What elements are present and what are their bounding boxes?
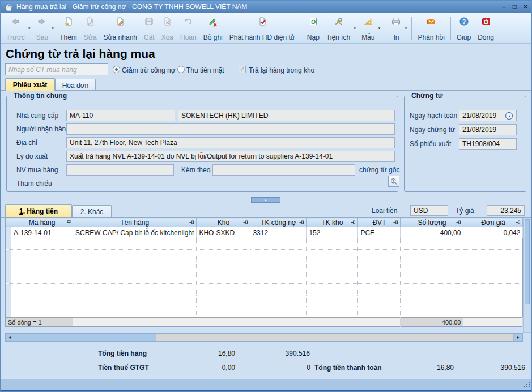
cell-ma-hang[interactable]: A-139-14-01 xyxy=(11,227,73,238)
scroll-left-arrow-icon[interactable]: ◄ xyxy=(6,334,14,341)
vat-fc: 0,00 xyxy=(171,364,235,372)
rate-field[interactable]: 23.245 xyxy=(487,205,525,216)
checkbox-return-stock[interactable]: ✓ xyxy=(239,66,246,73)
scrollbar-thumb[interactable] xyxy=(156,334,514,341)
tab-hang-tien[interactable]: 1. Hàng tiền xyxy=(5,204,72,217)
grid-vertical-scrollbar[interactable] xyxy=(523,218,531,333)
toolbar-separator xyxy=(385,17,385,40)
publish-einvoice-button[interactable]: Phát hành HĐ điện tử xyxy=(226,14,299,42)
add-button[interactable]: Thêm xyxy=(56,14,80,42)
close-form-button[interactable]: Đóng xyxy=(474,14,497,42)
search-input[interactable] xyxy=(5,63,108,75)
col-tk-kho[interactable]: TK kho xyxy=(307,218,358,227)
address-field[interactable]: Unit 11, 27th Floor, New Tech Plaza xyxy=(66,137,395,148)
toolbar-separator xyxy=(450,17,451,40)
row-indicator[interactable] xyxy=(6,227,11,238)
print-button[interactable]: In ▼ xyxy=(388,14,409,42)
toolbar: Trước ▼ Sau ▼ Thêm Sửa xyxy=(1,13,531,44)
supplier-code-field[interactable]: MA-110 xyxy=(66,110,175,121)
utilities-button[interactable]: Tiện ích ▼ xyxy=(323,14,358,42)
refresh-icon xyxy=(308,16,318,27)
currency-field[interactable]: USD xyxy=(410,205,448,216)
resize-grip-icon[interactable] xyxy=(524,381,530,388)
col-ten-hang[interactable]: Tên hàng xyxy=(73,218,197,227)
edit-button[interactable]: Sửa xyxy=(80,14,100,42)
col-don-gia[interactable]: Đơn giá xyxy=(463,218,523,227)
col-so-luong[interactable]: Số lượng xyxy=(401,218,463,227)
attach-label: Kèm theo xyxy=(181,166,210,174)
pin-icon[interactable] xyxy=(189,220,195,225)
quick-edit-button[interactable]: Sửa nhanh xyxy=(100,14,141,42)
dropdown-caret-icon[interactable]: ▼ xyxy=(28,27,31,30)
cell-ten-hang[interactable]: SCREW CAP/ Cap bịt lỗ ốc kitchenlight xyxy=(73,227,197,238)
vat-label: Tiền thuế GTGT xyxy=(98,364,149,372)
pin-icon[interactable] xyxy=(351,220,356,225)
minimize-button[interactable]: – xyxy=(502,3,506,10)
voucher-no-field[interactable]: TH1908/004 xyxy=(459,138,517,150)
reason-field[interactable]: Xuất trả hàng NVL A-139-14-01 do NVL bị … xyxy=(66,151,395,162)
grid-horizontal-scrollbar[interactable]: ◄ ► xyxy=(5,333,523,342)
forward-button[interactable]: Sau ▼ xyxy=(33,14,56,42)
envelope-icon xyxy=(426,16,436,27)
dropdown-caret-icon[interactable]: ▼ xyxy=(51,27,54,30)
arrow-left-icon xyxy=(10,16,20,27)
pin-icon[interactable] xyxy=(393,220,399,225)
page-edit-icon xyxy=(85,16,95,27)
radio-debit-note[interactable] xyxy=(113,66,120,73)
pin-icon[interactable] xyxy=(66,220,71,225)
tab-hoa-don[interactable]: Hóa đơn xyxy=(55,79,96,91)
tab-phieu-xuat[interactable]: Phiếu xuất xyxy=(5,78,55,91)
buyer-field[interactable] xyxy=(66,164,174,176)
delete-button[interactable]: Xóa xyxy=(158,14,177,42)
pin-icon[interactable] xyxy=(516,220,521,225)
tab-khac[interactable]: 2. Khác xyxy=(72,205,112,218)
cell-don-gia[interactable]: 0,042 xyxy=(463,227,523,238)
scroll-right-arrow-icon[interactable]: ► xyxy=(514,334,522,341)
reload-button[interactable]: Nạp xyxy=(304,14,323,42)
cell-dvt[interactable]: PCE xyxy=(358,227,401,238)
clock-icon[interactable] xyxy=(505,112,513,120)
template-button[interactable]: Mẫu ▼ xyxy=(358,14,382,42)
document-info-group: Chứng từ Ngày hạch toán 21/08/2019 Ngày … xyxy=(404,96,526,192)
tab-strip-line xyxy=(1,90,531,91)
close-button[interactable]: × xyxy=(524,3,527,10)
quantity-total: 400,00 xyxy=(401,318,463,327)
col-dvt[interactable]: ĐVT xyxy=(358,218,401,227)
unpost-button[interactable]: Bỏ ghi xyxy=(200,14,226,42)
cell-tk-kho[interactable]: 152 xyxy=(307,227,358,238)
feedback-button[interactable]: Phản hồi xyxy=(414,14,448,42)
save-button[interactable]: Cất xyxy=(141,14,158,42)
help-button[interactable]: ? Giúp xyxy=(453,14,474,42)
scrollbar-track[interactable] xyxy=(14,334,156,341)
col-ma-hang[interactable]: Mã hàng xyxy=(11,218,73,227)
back-button[interactable]: Trước ▼ xyxy=(3,14,33,42)
undo-button[interactable]: Hoàn xyxy=(177,14,200,42)
pin-icon[interactable] xyxy=(299,220,305,225)
cell-tk-cong-no[interactable]: 3312 xyxy=(250,227,307,238)
app-window: Hàng mua trả lại - Giảm trừ công nợ - CÔ… xyxy=(0,0,532,392)
grid-data-row: A-139-14-01 SCREW CAP/ Cap bịt lỗ ốc kit… xyxy=(6,227,523,238)
splitter-collapse-button[interactable]: ▲ xyxy=(251,197,280,203)
dropdown-caret-icon[interactable]: ▼ xyxy=(378,27,381,30)
check-icon: ✓ xyxy=(240,66,245,73)
cell-kho[interactable]: KHO-SXKD xyxy=(197,227,250,238)
dropdown-caret-icon[interactable]: ▼ xyxy=(353,27,356,30)
col-tk-cong-no[interactable]: TK công nợ xyxy=(250,218,307,227)
reference-lookup-button[interactable] xyxy=(388,176,399,187)
bag-icon xyxy=(5,3,13,11)
vertical-scrollbar-thumb[interactable] xyxy=(525,219,530,304)
cell-so-luong[interactable]: 400,00 xyxy=(401,227,463,238)
maximize-button[interactable]: □ xyxy=(513,3,517,10)
supplier-name-field[interactable]: SOKENTECH (HK) LIMITED xyxy=(178,110,395,121)
total-payment-fc: 16,80 xyxy=(397,364,454,372)
col-kho[interactable]: Kho xyxy=(197,218,250,227)
posting-date-field[interactable]: 21/08/2019 xyxy=(459,110,517,121)
undo-icon xyxy=(183,16,193,27)
pin-icon[interactable] xyxy=(243,220,249,225)
radio-cash[interactable] xyxy=(177,66,185,73)
dropdown-caret-icon[interactable]: ▼ xyxy=(405,27,408,30)
attach-field[interactable] xyxy=(212,164,355,176)
pin-icon[interactable] xyxy=(456,220,462,225)
doc-date-field[interactable]: 21/08/2019 xyxy=(459,124,517,135)
receiver-field[interactable] xyxy=(66,123,395,135)
